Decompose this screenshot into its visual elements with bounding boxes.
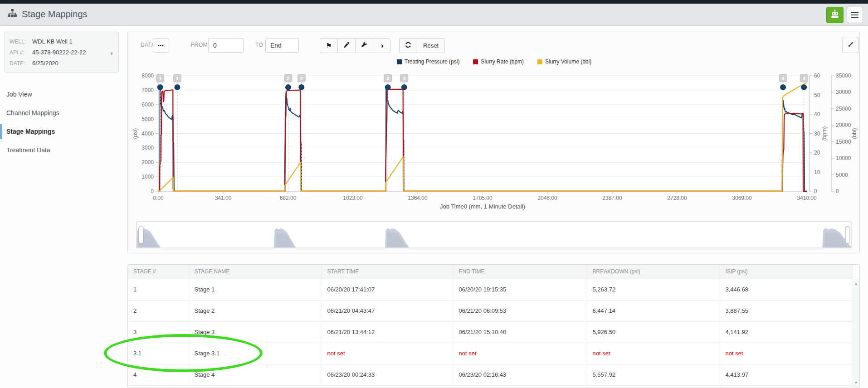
table-cell-stage: 1 <box>128 279 189 300</box>
sidebar-item-job-view[interactable]: Job View <box>0 85 119 104</box>
flag-button[interactable]: ⚑ <box>320 38 337 53</box>
reset-button[interactable]: Reset <box>417 38 445 53</box>
stage-badge-label: 2 <box>287 76 289 81</box>
legend-label: Slurry Rate (bpm) <box>481 58 524 65</box>
table-row[interactable]: 3.1Stage 3.1not setnot setnot setnot set <box>128 343 853 364</box>
scroll-down-icon[interactable]: ▼ <box>852 381 860 385</box>
well-info-value: 6/25/2020 <box>32 58 59 69</box>
right2-tick-label: 5000 <box>836 172 848 178</box>
right1-tick-label: 50 <box>814 92 820 98</box>
legend-item[interactable]: Slurry Rate (bpm) <box>473 58 524 65</box>
table-cell-start: 06/21/20 13:44:12 <box>322 321 453 343</box>
table-row[interactable]: 4Stage 406/23/20 00:24:3306/23/20 02:16:… <box>128 364 853 385</box>
table-cell-name: Stage 1 <box>189 279 322 300</box>
stage-marker-dot[interactable] <box>401 84 407 90</box>
from-label: FROM <box>191 42 208 48</box>
robot-icon <box>830 9 840 21</box>
table-row[interactable]: 3Stage 306/21/20 13:44:1206/21/20 15:10:… <box>128 321 853 343</box>
data-options-button[interactable]: ••• <box>153 38 169 53</box>
refresh-button[interactable] <box>399 38 417 53</box>
stage-marker-dot[interactable] <box>174 84 180 90</box>
chevron-down-icon[interactable]: ▾ <box>110 50 113 57</box>
right2-tick-label: 30000 <box>836 89 851 95</box>
sidebar-item-stage-mappings[interactable]: Stage Mappings <box>0 122 119 141</box>
x-tick-label: 2046:00 <box>537 195 557 201</box>
table-header-cell[interactable]: END TIME <box>453 265 587 279</box>
stage-marker-dot[interactable] <box>801 84 807 90</box>
x-tick-label: 2387:00 <box>602 195 622 201</box>
robot-button[interactable] <box>826 7 844 23</box>
table-header-cell[interactable]: ISIP (psi) <box>720 265 853 279</box>
navigator-left-handle[interactable] <box>139 226 143 243</box>
eyedropper-icon <box>343 41 350 50</box>
sidebar-nav: Job ViewChannel MappingsStage MappingsTr… <box>0 85 119 160</box>
table-cell-breakdown: 5,557.92 <box>587 364 720 385</box>
table-cell-stage: 3.1 <box>128 343 189 364</box>
stage-marker-dot[interactable] <box>385 84 391 90</box>
well-info-row: DATE:6/25/2020 <box>10 58 114 69</box>
eyedropper-button[interactable] <box>337 38 355 53</box>
stage-marker-dot[interactable] <box>285 84 291 90</box>
psi-tick-label: 5000 <box>141 116 154 122</box>
table-cell-name: Stage 2 <box>189 300 322 321</box>
table-cell-isip: not set <box>720 343 853 364</box>
table-cell-breakdown: 5,926.50 <box>587 321 720 343</box>
table-header-cell[interactable]: BREAKDOWN (psi) <box>587 265 720 279</box>
table-row[interactable]: 1Stage 106/20/20 17:41:0706/20/20 19:15:… <box>128 279 853 300</box>
wrench-icon <box>361 41 368 50</box>
navigator-right-handle[interactable] <box>845 226 850 243</box>
table-cell-name: Stage 3 <box>189 321 322 343</box>
chart-navigator[interactable] <box>128 219 860 251</box>
legend-label: Slurry Volume (bbl) <box>545 58 591 65</box>
menu-button[interactable] <box>847 7 863 23</box>
timeseries-chart[interactable]: 010002000300040005000600070008000(psi)0:… <box>128 68 860 217</box>
psi-tick-label: 4000 <box>141 131 154 137</box>
psi-tick-label: 6000 <box>141 102 154 108</box>
stage-marker-dot[interactable] <box>780 84 786 90</box>
sidebar-item-channel-mappings[interactable]: Channel Mappings <box>0 104 119 122</box>
contrast-icon: ◑ <box>380 42 384 49</box>
well-info-value: 45-378-90222-22-22 <box>32 47 86 58</box>
table-cell-start: 06/23/20 00:24:33 <box>322 364 453 385</box>
right1-tick-label: 0 <box>814 188 817 194</box>
table-header-cell[interactable]: STAGE # <box>128 265 189 279</box>
stage-badge-label: 2 <box>300 76 303 81</box>
table-header-cell[interactable]: START TIME <box>322 265 453 279</box>
to-label: TO <box>255 42 263 48</box>
legend-swatch <box>397 59 402 64</box>
legend-item[interactable]: Treating Pressure (psi) <box>397 58 460 65</box>
table-header-cell[interactable]: STAGE NAME <box>189 265 322 279</box>
refresh-icon <box>405 41 412 50</box>
stage-marker-dot[interactable] <box>157 84 163 90</box>
stage-badge-label: 4 <box>803 76 806 81</box>
well-info-value: WDL KB Well 1 <box>32 36 73 47</box>
x-tick-label: 682:00 <box>280 195 297 201</box>
scroll-up-icon[interactable]: ▲ <box>852 281 860 286</box>
expand-button[interactable] <box>842 37 859 53</box>
stage-badge-label: 1 <box>159 76 161 81</box>
table-cell-stage: 3 <box>128 321 189 343</box>
legend-swatch <box>473 59 478 64</box>
from-input[interactable] <box>208 38 244 53</box>
right2-tick-label: 35000 <box>836 73 851 79</box>
stage-badge-label: 3 <box>386 76 389 81</box>
menu-icon <box>851 12 858 13</box>
stage-marker-dot[interactable] <box>298 84 304 90</box>
legend-item[interactable]: Slurry Volume (bbl) <box>537 58 591 65</box>
chart-panel: DATA ••• FROM TO ⚑ ◑ Reset Treating Pres… <box>127 32 860 253</box>
table-row[interactable]: 2Stage 206/21/20 04:43:4706/21/20 06:09:… <box>128 300 853 321</box>
x-axis-title: Job Time0 (mm, 1 Minute Detail) <box>440 203 525 210</box>
psi-tick-label: 8000 <box>141 73 154 79</box>
to-input[interactable] <box>265 38 299 53</box>
table-scrollbar[interactable]: ▲ ▼ <box>852 279 859 388</box>
well-info-row: API #:45-378-90222-22-22 <box>10 47 114 58</box>
stage-badge-label: 1 <box>176 76 179 81</box>
contrast-button[interactable]: ◑ <box>373 38 390 53</box>
right1-tick-label: 40 <box>814 111 820 117</box>
table-cell-end: not set <box>453 343 587 364</box>
well-info-label: API #: <box>10 47 32 58</box>
table-cell-end: 06/20/20 19:15:35 <box>453 279 587 300</box>
right2-tick-label: 25000 <box>836 106 851 112</box>
wrench-button[interactable] <box>355 38 373 53</box>
sidebar-item-treatment-data[interactable]: Treatment Data <box>0 141 119 160</box>
